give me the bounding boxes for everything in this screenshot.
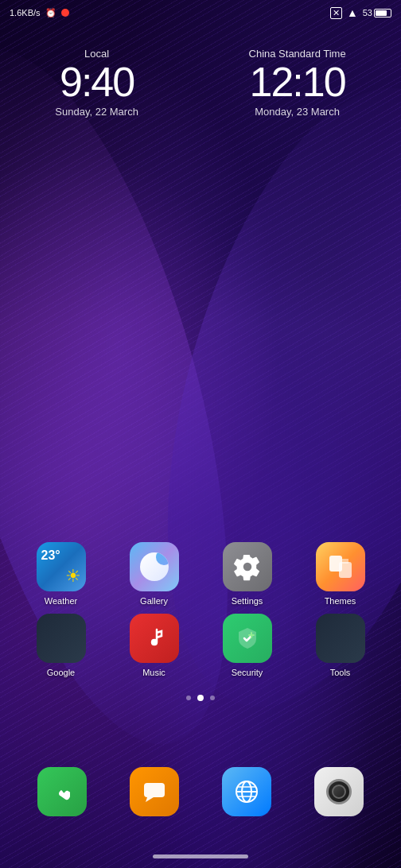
page-dots [0,695,401,701]
status-right: ✕ ▲ 53 [330,6,391,19]
app-gallery[interactable]: Gallery [123,542,186,606]
themes-label: Themes [325,596,356,606]
x-icon: ✕ [330,7,342,19]
local-clock-time: 9:40 [55,61,138,103]
svg-marker-4 [146,797,154,802]
app-settings[interactable]: Settings [216,542,279,606]
app-tools[interactable]: Tools [309,614,372,677]
tools-icon-bg [316,614,365,663]
settings-icon-bg [223,542,272,591]
dual-clock: Local 9:40 Sunday, 22 March China Standa… [0,48,401,118]
themes-icon-bg [316,542,365,591]
dock [0,767,401,816]
dock-phone[interactable] [37,767,87,816]
google-label: Google [47,668,75,677]
china-clock-label: China Standard Time [249,48,346,60]
camera-inner [332,785,346,799]
security-icon-bg [223,614,272,663]
app-row-1: Weather Gallery Settings [14,542,387,606]
phone-icon [37,767,87,816]
dock-browser[interactable] [222,767,271,816]
svg-rect-1 [339,562,352,578]
camera-icon [314,767,364,816]
svg-point-2 [152,640,157,645]
network-speed: 1.6KB/s [10,8,41,17]
local-clock: Local 9:40 Sunday, 22 March [55,48,138,118]
home-indicator[interactable] [153,854,248,858]
music-label: Music [142,668,165,677]
wifi-icon: ▲ [347,6,358,19]
security-label: Security [232,668,263,677]
battery-indicator: 53 [363,8,391,17]
page-dot-2-active[interactable] [197,695,204,701]
app-weather[interactable]: Weather [29,542,93,606]
gear-icon [233,552,262,581]
app-row-2: Google Music [14,614,387,677]
app-grid: Weather Gallery Settings [0,542,401,685]
messages-svg [141,778,168,805]
settings-label: Settings [232,596,263,606]
status-bar: 1.6KB/s ⏰ ✕ ▲ 53 [0,0,401,25]
screen: 1.6KB/s ⏰ ✕ ▲ 53 Local 9:40 Sunday, 22 M… [0,0,401,868]
weather-icon-bg [37,542,86,591]
dock-camera[interactable] [314,767,364,816]
phone-svg [49,779,75,804]
google-icon-bg [37,614,86,663]
themes-icon [326,552,355,581]
camera-lens [326,779,352,804]
app-google[interactable]: Google [29,614,93,677]
gallery-label: Gallery [140,596,168,606]
local-clock-date: Sunday, 22 March [55,106,138,118]
china-clock-time: 12:10 [249,61,346,103]
battery-fill [376,10,387,16]
status-left: 1.6KB/s ⏰ [10,8,69,18]
security-icon [234,625,261,652]
page-dot-3[interactable] [210,696,215,700]
gallery-inner [140,552,169,581]
app-music[interactable]: Music [123,614,186,677]
battery-body [374,9,391,17]
battery-percent: 53 [363,8,372,17]
music-icon-bg [130,614,179,663]
app-themes[interactable]: Themes [309,542,372,606]
local-clock-label: Local [55,48,138,60]
svg-rect-3 [144,783,165,797]
browser-svg [232,777,261,806]
tools-label: Tools [330,668,351,677]
music-icon [141,625,168,652]
gallery-icon-bg [130,542,179,591]
china-clock-date: Monday, 23 March [249,106,346,118]
messages-icon [130,767,179,816]
wallpaper [0,0,401,868]
dock-messages[interactable] [130,767,179,816]
page-dot-1[interactable] [186,696,191,700]
alarm-icon: ⏰ [45,8,56,18]
weather-label: Weather [45,596,77,606]
china-clock: China Standard Time 12:10 Monday, 23 Mar… [249,48,346,118]
browser-icon [222,767,271,816]
notification-dot [61,9,69,17]
app-security[interactable]: Security [216,614,279,677]
